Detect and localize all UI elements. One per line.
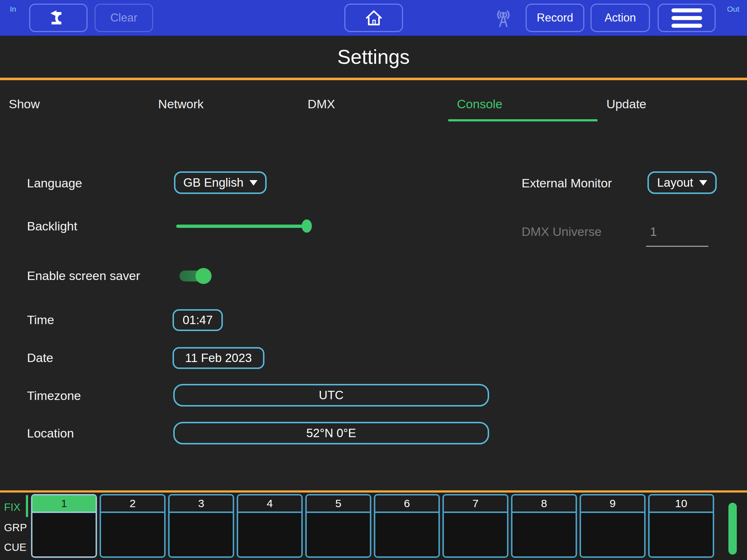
timezone-value: UTC [319,388,344,402]
cell-number: 7 [444,495,507,513]
action-button-label: Action [604,11,636,24]
action-button[interactable]: Action [591,4,650,32]
home-icon [364,9,383,27]
tab-update[interactable]: Update [597,80,747,131]
playback-cell-5[interactable]: 5 [305,494,371,558]
screensaver-label: Enable screen saver [27,267,140,284]
cell-number: 6 [375,495,438,513]
cell-body [581,513,644,558]
cell-body [375,513,438,558]
hamburger-icon [671,8,702,28]
cell-body [32,513,96,558]
row-label-cue: CUE [4,541,26,553]
backlight-label: Backlight [27,217,77,235]
in-label: In [10,5,16,13]
active-tab-underline [448,119,598,121]
location-value: 52°N 0°E [306,426,356,440]
date-label: Date [27,349,53,366]
chevron-down-icon [699,180,707,186]
language-value: GB English [183,176,243,190]
external-monitor-value: Layout [657,176,693,190]
cell-body [650,513,713,558]
time-button[interactable]: 01:47 [173,309,223,331]
tab-console-label: Console [457,97,503,111]
playback-cell-3[interactable]: 3 [168,494,234,558]
location-button[interactable]: 52°N 0°E [173,422,489,444]
playback-cell-7[interactable]: 7 [442,494,508,558]
backlight-slider[interactable] [176,219,310,233]
cell-body [170,513,233,558]
tab-update-label: Update [606,97,646,111]
tab-console[interactable]: Console [448,80,598,131]
wireless-antenna-icon [493,9,514,28]
console-settings-screen: In Clear [0,0,747,560]
playback-strip: FIX GRP CUE 1 2 3 4 5 [0,490,747,560]
tab-dmx-label: DMX [307,97,335,111]
cell-number: 4 [238,495,301,513]
clear-button-label: Clear [110,11,137,24]
tab-network-label: Network [158,97,204,111]
timezone-label: Timezone [27,387,81,404]
language-label: Language [27,174,82,192]
tab-show[interactable]: Show [0,80,150,131]
timezone-button[interactable]: UTC [173,384,489,407]
row-label-fix: FIX [4,501,20,513]
playback-scrollbar[interactable] [728,503,737,555]
playback-cell-9[interactable]: 9 [580,494,646,558]
cell-number: 3 [170,495,233,513]
cell-body [512,513,576,558]
out-label: Out [727,5,739,13]
cell-number: 1 [32,495,96,513]
date-value: 11 Feb 2023 [185,351,252,365]
fix-row-cursor [26,495,28,517]
menu-button[interactable] [658,4,716,32]
undo-icon [47,9,70,26]
language-select[interactable]: GB English [174,171,267,194]
chevron-down-icon [249,180,258,186]
playback-cells: 1 2 3 4 5 6 7 [31,494,714,558]
dmx-universe-value: 1 [650,223,657,240]
playback-cell-4[interactable]: 4 [237,494,303,558]
record-button-label: Record [537,11,573,24]
tab-dmx[interactable]: DMX [299,80,448,131]
title-row: Settings [0,36,747,80]
home-button[interactable] [344,4,403,32]
cell-body [444,513,507,558]
date-button[interactable]: 11 Feb 2023 [173,347,264,369]
tab-network[interactable]: Network [150,80,299,131]
screensaver-toggle[interactable] [179,271,210,281]
cell-number: 8 [512,495,576,513]
dmx-universe-label: DMX Universe [522,223,601,240]
location-label: Location [27,424,74,442]
cell-body [307,513,370,558]
screensaver-toggle-knob [196,268,212,284]
time-label: Time [27,311,54,328]
external-monitor-select[interactable]: Layout [647,171,717,194]
row-label-grp: GRP [4,522,27,534]
playback-cell-1[interactable]: 1 [31,494,97,558]
tab-show-label: Show [9,97,40,111]
time-value: 01:47 [183,313,213,327]
clear-button[interactable]: Clear [94,4,153,32]
page-title: Settings [337,45,410,69]
cell-number: 5 [307,495,370,513]
backlight-slider-knob[interactable] [302,219,312,233]
playback-cell-10[interactable]: 10 [648,494,714,558]
backlight-slider-track [176,225,310,228]
cell-body [238,513,301,558]
playback-cell-8[interactable]: 8 [511,494,577,558]
playback-cell-2[interactable]: 2 [100,494,166,558]
external-monitor-label: External Monitor [522,174,612,192]
cell-number: 9 [581,495,644,513]
cell-number: 10 [650,495,713,513]
settings-tabs: Show Network DMX Console Update [0,80,747,131]
record-button[interactable]: Record [526,4,584,32]
dmx-universe-input-underline [646,246,708,247]
undo-button[interactable] [29,4,88,32]
playback-cell-6[interactable]: 6 [374,494,440,558]
top-bar: In Clear [0,0,747,36]
cell-body [101,513,164,558]
cell-number: 2 [101,495,164,513]
